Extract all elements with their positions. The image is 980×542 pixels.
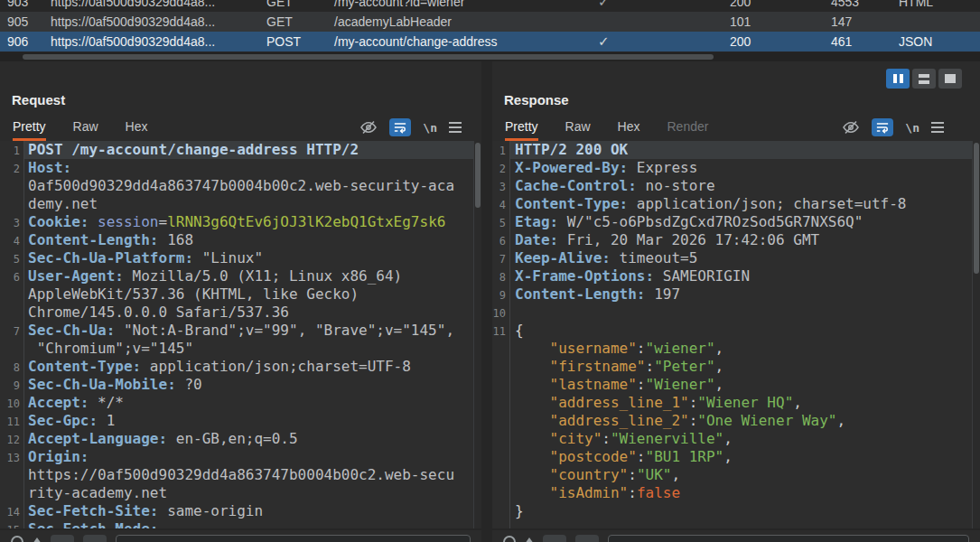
search-prev-button[interactable]	[543, 535, 566, 542]
http-history-table: 903https://0af500d90329dd4a8...GET/my-ac…	[0, 0, 980, 51]
tab-raw[interactable]: Raw	[565, 114, 591, 141]
status-cell: 200	[730, 34, 751, 49]
search-icon[interactable]	[503, 536, 516, 542]
search-options-caret-icon[interactable]	[525, 537, 534, 542]
line-number: 2	[492, 160, 506, 178]
editor-menu-icon[interactable]	[931, 122, 944, 133]
line-text: 0af500d90329dd4a863747b0004b00c2.web-sec…	[28, 177, 454, 195]
line-text: Origin:	[28, 448, 89, 466]
history-row[interactable]: 903https://0af500d90329dd4a8...GET/my-ac…	[0, 0, 980, 12]
tab-hex[interactable]: Hex	[126, 114, 148, 141]
code-line: 11Sec-Gpc: 1	[0, 412, 481, 430]
history-horizontal-scrollbar[interactable]	[0, 52, 980, 61]
line-text: Date: Fri, 20 Mar 2026 17:42:06 GMT	[515, 231, 819, 249]
editor-menu-icon[interactable]	[449, 122, 462, 133]
history-row[interactable]: 905https://0af500d90329dd4a8...GET/acade…	[0, 12, 980, 32]
line-number: 12	[0, 431, 20, 449]
request-search-bar	[0, 530, 481, 542]
line-text: "isAdmin":false	[515, 484, 680, 502]
soft-wrap-icon[interactable]	[872, 118, 893, 136]
line-text: Sec-Fetch-Site: same-origin	[28, 502, 263, 520]
tab-raw[interactable]: Raw	[73, 114, 98, 141]
code-line: 8X-Frame-Options: SAMEORIGIN	[492, 267, 980, 285]
response-vertical-scrollbar[interactable]	[972, 141, 980, 528]
search-input[interactable]	[608, 535, 969, 542]
layout-single-button[interactable]	[938, 69, 962, 89]
line-number: 6	[492, 232, 506, 250]
request-panel: Request PrettyRawHex \n 1POST /my-accoun…	[0, 61, 481, 528]
code-line: 12Accept-Language: en-GB,en;q=0.5	[0, 430, 481, 448]
code-line: 2Host:	[0, 159, 481, 177]
code-line: 0af500d90329dd4a863747b0004b00c2.web-sec…	[0, 177, 481, 195]
line-text: Sec-Fetch-Mode:	[28, 520, 159, 528]
newline-display-icon[interactable]: \n	[423, 121, 437, 135]
search-next-button[interactable]	[83, 535, 107, 542]
line-text: User-Agent: Mozilla/5.0 (X11; Linux x86_…	[28, 267, 402, 285]
line-text: "postcode":"BU1 1RP",	[515, 448, 733, 466]
host-cell: https://0af500d90329dd4a8...	[51, 34, 215, 49]
line-text: "firstname":"Peter",	[515, 358, 723, 376]
search-prev-button[interactable]	[51, 535, 74, 542]
scrollbar-thumb[interactable]	[475, 143, 481, 208]
length-cell: 147	[831, 14, 852, 29]
line-number: 14	[0, 503, 20, 521]
line-text: }	[515, 502, 524, 520]
request-number: 905	[7, 14, 28, 29]
line-text: https://0af500d90329dd4a863747b0004b00c2…	[28, 466, 454, 484]
line-number: 4	[0, 232, 20, 250]
newline-display-icon[interactable]: \n	[905, 121, 919, 135]
request-vertical-scrollbar[interactable]	[473, 141, 481, 528]
code-line: "country":"UK",	[492, 466, 980, 484]
line-text: Cache-Control: no-store	[515, 177, 715, 195]
code-line: 2X-Powered-By: Express	[492, 159, 980, 177]
layout-rows-button[interactable]	[912, 69, 936, 89]
code-line: 8Content-Type: application/json;charset=…	[0, 358, 481, 376]
line-text: Content-Length: 197	[515, 285, 680, 304]
line-text: Sec-Gpc: 1	[28, 412, 115, 430]
tab-pretty[interactable]: Pretty	[505, 114, 538, 141]
show-non-printable-icon[interactable]	[359, 120, 378, 135]
search-next-button[interactable]	[575, 535, 599, 542]
line-text: Cookie: session=lRNN3g6QtEv6jOJ3lK2ebQ1G…	[28, 213, 445, 231]
line-number: 10	[492, 304, 506, 322]
line-text: X-Frame-Options: SAMEORIGIN	[515, 267, 750, 285]
scrollbar-thumb[interactable]	[974, 143, 979, 274]
line-number: 1	[492, 142, 506, 160]
code-line: 10Accept: */*	[0, 394, 481, 412]
layout-columns-button[interactable]	[886, 69, 910, 89]
line-text: Accept: */*	[28, 394, 124, 412]
response-editor[interactable]: 1HTTP/2 200 OK2X-Powered-By: Express3Cac…	[492, 141, 980, 528]
search-options-caret-icon[interactable]	[33, 537, 42, 542]
line-text: Content-Type: application/json;charset=U…	[28, 358, 411, 376]
show-non-printable-icon[interactable]	[842, 120, 860, 135]
tab-hex[interactable]: Hex	[618, 114, 640, 141]
search-icon[interactable]	[11, 536, 23, 542]
code-line: 9Content-Length: 197	[492, 285, 980, 304]
host-cell: https://0af500d90329dd4a8...	[51, 0, 215, 9]
search-input[interactable]	[116, 535, 471, 542]
line-text: rity-academy.net	[28, 484, 167, 502]
tab-render[interactable]: Render	[667, 114, 709, 141]
scrollbar-thumb[interactable]	[23, 54, 714, 60]
method-cell: GET	[266, 14, 293, 29]
code-line: "username":"wiener",	[492, 340, 980, 358]
code-line: https://0af500d90329dd4a863747b0004b00c2…	[0, 466, 481, 484]
history-row[interactable]: 906https://0af500d90329dd4a8...POST/my-a…	[0, 32, 980, 51]
path-cell: /my-account/change-address	[334, 34, 498, 49]
line-text: Keep-Alive: timeout=5	[515, 249, 697, 267]
line-text: X-Powered-By: Express	[515, 159, 697, 177]
path-cell: /academyLabHeader	[334, 14, 452, 29]
tab-pretty[interactable]: Pretty	[13, 114, 46, 141]
code-line: 13Origin:	[0, 448, 481, 466]
line-text: Content-Type: application/json; charset=…	[515, 195, 906, 213]
code-line: demy.net	[0, 195, 481, 213]
line-text: Sec-Ch-Ua-Platform: "Linux"	[28, 249, 263, 267]
line-number: 10	[0, 395, 20, 413]
request-editor[interactable]: 1POST /my-account/change-address HTTP/22…	[0, 141, 481, 528]
code-line: "address_line_2":"One Wiener Way",	[492, 412, 980, 430]
response-editor-toolbar: \n	[842, 114, 944, 141]
line-number: 4	[492, 196, 506, 214]
line-text: demy.net	[28, 195, 98, 213]
request-editor-toolbar: \n	[359, 114, 462, 141]
soft-wrap-icon[interactable]	[389, 118, 411, 136]
